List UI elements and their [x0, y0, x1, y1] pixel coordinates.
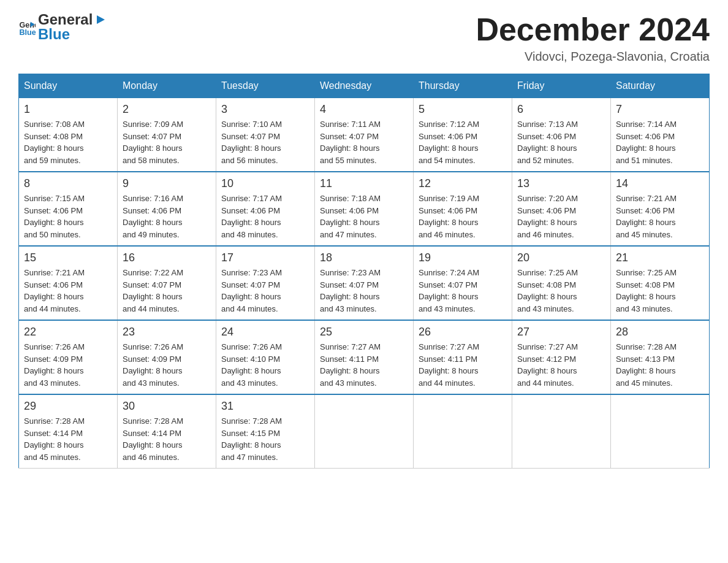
day-info: Sunrise: 7:21 AM Sunset: 4:06 PM Dayligh… — [24, 267, 112, 315]
day-number: 14 — [616, 177, 704, 190]
calendar-day-cell: 6 Sunrise: 7:13 AM Sunset: 4:06 PM Dayli… — [512, 98, 611, 172]
calendar-day-cell: 3 Sunrise: 7:10 AM Sunset: 4:07 PM Dayli… — [216, 98, 315, 172]
day-number: 12 — [419, 177, 507, 190]
day-info: Sunrise: 7:26 AM Sunset: 4:09 PM Dayligh… — [123, 341, 211, 389]
page-header: General Blue General Blue December 2024 … — [18, 12, 710, 64]
day-number: 24 — [221, 326, 309, 339]
day-number: 31 — [221, 400, 309, 413]
day-number: 5 — [419, 103, 507, 116]
day-info: Sunrise: 7:25 AM Sunset: 4:08 PM Dayligh… — [517, 267, 605, 315]
day-number: 4 — [320, 103, 408, 116]
calendar-day-cell — [315, 394, 414, 469]
calendar-day-cell: 5 Sunrise: 7:12 AM Sunset: 4:06 PM Dayli… — [414, 98, 512, 172]
calendar-day-cell: 31 Sunrise: 7:28 AM Sunset: 4:15 PM Dayl… — [216, 394, 315, 469]
day-number: 6 — [517, 103, 605, 116]
calendar-day-cell: 12 Sunrise: 7:19 AM Sunset: 4:06 PM Dayl… — [414, 172, 512, 246]
logo-blue: Blue — [38, 27, 107, 42]
calendar-table: Sunday Monday Tuesday Wednesday Thursday… — [18, 74, 710, 469]
day-info: Sunrise: 7:17 AM Sunset: 4:06 PM Dayligh… — [221, 193, 309, 240]
day-number: 27 — [517, 326, 605, 339]
day-info: Sunrise: 7:11 AM Sunset: 4:07 PM Dayligh… — [320, 118, 408, 166]
calendar-day-cell: 10 Sunrise: 7:17 AM Sunset: 4:06 PM Dayl… — [216, 172, 315, 246]
calendar-day-cell — [611, 394, 710, 469]
calendar-day-cell: 21 Sunrise: 7:25 AM Sunset: 4:08 PM Dayl… — [611, 246, 710, 320]
svg-marker-3 — [97, 15, 105, 24]
calendar-day-cell: 8 Sunrise: 7:15 AM Sunset: 4:06 PM Dayli… — [19, 172, 118, 246]
weekday-header-row: Sunday Monday Tuesday Wednesday Thursday… — [19, 74, 710, 98]
day-number: 17 — [221, 251, 309, 264]
day-info: Sunrise: 7:09 AM Sunset: 4:07 PM Dayligh… — [123, 118, 211, 166]
day-number: 7 — [616, 103, 704, 116]
title-section: December 2024 Vidovci, Pozega-Slavonia, … — [476, 12, 710, 64]
day-number: 16 — [123, 251, 211, 264]
calendar-day-cell: 17 Sunrise: 7:23 AM Sunset: 4:07 PM Dayl… — [216, 246, 315, 320]
day-number: 2 — [123, 103, 211, 116]
day-info: Sunrise: 7:19 AM Sunset: 4:06 PM Dayligh… — [419, 193, 507, 240]
calendar-day-cell: 25 Sunrise: 7:27 AM Sunset: 4:11 PM Dayl… — [315, 320, 414, 394]
logo-general: General — [38, 12, 93, 27]
logo-arrow — [94, 13, 107, 26]
calendar-day-cell: 4 Sunrise: 7:11 AM Sunset: 4:07 PM Dayli… — [315, 98, 414, 172]
day-info: Sunrise: 7:18 AM Sunset: 4:06 PM Dayligh… — [320, 193, 408, 240]
calendar-day-cell: 24 Sunrise: 7:26 AM Sunset: 4:10 PM Dayl… — [216, 320, 315, 394]
calendar-day-cell: 1 Sunrise: 7:08 AM Sunset: 4:08 PM Dayli… — [19, 98, 118, 172]
day-info: Sunrise: 7:26 AM Sunset: 4:10 PM Dayligh… — [221, 341, 309, 389]
day-number: 22 — [24, 326, 112, 339]
calendar-day-cell: 26 Sunrise: 7:27 AM Sunset: 4:11 PM Dayl… — [414, 320, 512, 394]
calendar-day-cell: 14 Sunrise: 7:21 AM Sunset: 4:06 PM Dayl… — [611, 172, 710, 246]
logo: General Blue General Blue — [18, 12, 107, 42]
calendar-day-cell: 27 Sunrise: 7:27 AM Sunset: 4:12 PM Dayl… — [512, 320, 611, 394]
svg-text:Blue: Blue — [19, 28, 36, 36]
day-number: 21 — [616, 251, 704, 264]
day-info: Sunrise: 7:14 AM Sunset: 4:06 PM Dayligh… — [616, 118, 704, 166]
calendar-day-cell: 29 Sunrise: 7:28 AM Sunset: 4:14 PM Dayl… — [19, 394, 118, 469]
day-number: 28 — [616, 326, 704, 339]
calendar-day-cell: 18 Sunrise: 7:23 AM Sunset: 4:07 PM Dayl… — [315, 246, 414, 320]
calendar-week-row: 22 Sunrise: 7:26 AM Sunset: 4:09 PM Dayl… — [19, 320, 710, 394]
calendar-day-cell: 7 Sunrise: 7:14 AM Sunset: 4:06 PM Dayli… — [611, 98, 710, 172]
calendar-day-cell: 30 Sunrise: 7:28 AM Sunset: 4:14 PM Dayl… — [118, 394, 216, 469]
day-number: 3 — [221, 103, 309, 116]
day-info: Sunrise: 7:25 AM Sunset: 4:08 PM Dayligh… — [616, 267, 704, 315]
calendar-day-cell: 28 Sunrise: 7:28 AM Sunset: 4:13 PM Dayl… — [611, 320, 710, 394]
header-sunday: Sunday — [19, 74, 118, 98]
calendar-day-cell: 13 Sunrise: 7:20 AM Sunset: 4:06 PM Dayl… — [512, 172, 611, 246]
day-number: 23 — [123, 326, 211, 339]
day-info: Sunrise: 7:12 AM Sunset: 4:06 PM Dayligh… — [419, 118, 507, 166]
calendar-week-row: 8 Sunrise: 7:15 AM Sunset: 4:06 PM Dayli… — [19, 172, 710, 246]
day-info: Sunrise: 7:24 AM Sunset: 4:07 PM Dayligh… — [419, 267, 507, 315]
day-number: 13 — [517, 177, 605, 190]
calendar-week-row: 1 Sunrise: 7:08 AM Sunset: 4:08 PM Dayli… — [19, 98, 710, 172]
day-number: 10 — [221, 177, 309, 190]
day-number: 1 — [24, 103, 112, 116]
calendar-day-cell: 15 Sunrise: 7:21 AM Sunset: 4:06 PM Dayl… — [19, 246, 118, 320]
calendar-week-row: 29 Sunrise: 7:28 AM Sunset: 4:14 PM Dayl… — [19, 394, 710, 469]
day-number: 20 — [517, 251, 605, 264]
calendar-day-cell: 11 Sunrise: 7:18 AM Sunset: 4:06 PM Dayl… — [315, 172, 414, 246]
header-wednesday: Wednesday — [315, 74, 414, 98]
calendar-week-row: 15 Sunrise: 7:21 AM Sunset: 4:06 PM Dayl… — [19, 246, 710, 320]
day-info: Sunrise: 7:28 AM Sunset: 4:14 PM Dayligh… — [24, 415, 112, 463]
day-number: 15 — [24, 251, 112, 264]
calendar-day-cell: 20 Sunrise: 7:25 AM Sunset: 4:08 PM Dayl… — [512, 246, 611, 320]
day-info: Sunrise: 7:10 AM Sunset: 4:07 PM Dayligh… — [221, 118, 309, 166]
header-monday: Monday — [118, 74, 216, 98]
day-info: Sunrise: 7:27 AM Sunset: 4:12 PM Dayligh… — [517, 341, 605, 389]
day-info: Sunrise: 7:23 AM Sunset: 4:07 PM Dayligh… — [221, 267, 309, 315]
day-info: Sunrise: 7:08 AM Sunset: 4:08 PM Dayligh… — [24, 118, 112, 166]
day-number: 26 — [419, 326, 507, 339]
day-number: 19 — [419, 251, 507, 264]
day-number: 29 — [24, 400, 112, 413]
header-thursday: Thursday — [414, 74, 512, 98]
calendar-day-cell: 2 Sunrise: 7:09 AM Sunset: 4:07 PM Dayli… — [118, 98, 216, 172]
header-saturday: Saturday — [611, 74, 710, 98]
day-info: Sunrise: 7:23 AM Sunset: 4:07 PM Dayligh… — [320, 267, 408, 315]
day-number: 11 — [320, 177, 408, 190]
day-info: Sunrise: 7:13 AM Sunset: 4:06 PM Dayligh… — [517, 118, 605, 166]
day-number: 25 — [320, 326, 408, 339]
day-info: Sunrise: 7:16 AM Sunset: 4:06 PM Dayligh… — [123, 193, 211, 240]
month-title: December 2024 — [476, 12, 710, 47]
location-subtitle: Vidovci, Pozega-Slavonia, Croatia — [476, 50, 710, 64]
calendar-day-cell: 22 Sunrise: 7:26 AM Sunset: 4:09 PM Dayl… — [19, 320, 118, 394]
day-info: Sunrise: 7:20 AM Sunset: 4:06 PM Dayligh… — [517, 193, 605, 240]
